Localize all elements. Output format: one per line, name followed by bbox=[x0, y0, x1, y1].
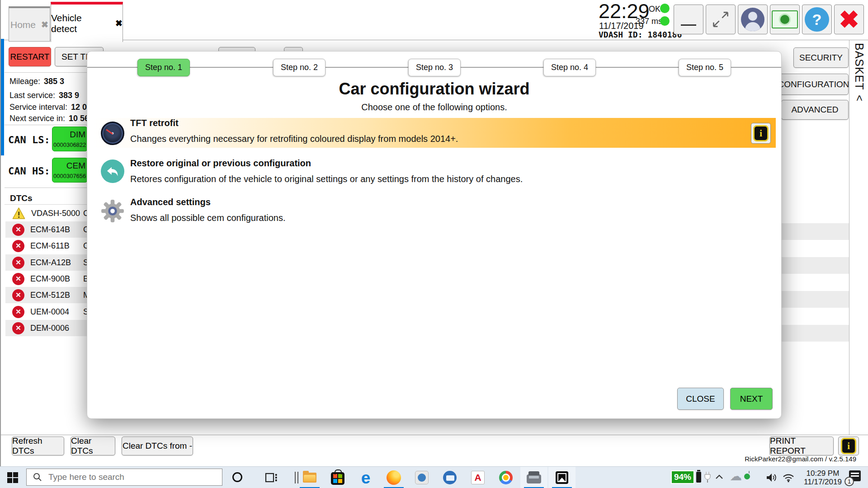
info-icon bbox=[841, 438, 856, 454]
vdash-id: VDASH ID: 1840186 bbox=[599, 30, 682, 39]
header-separator bbox=[1, 40, 868, 40]
minimize-button[interactable] bbox=[674, 5, 703, 34]
error-icon bbox=[12, 306, 24, 318]
maximize-button[interactable] bbox=[706, 5, 736, 34]
step-3[interactable]: Step no. 3 bbox=[408, 59, 461, 76]
wizard-title: Car configuration wizard bbox=[87, 80, 781, 99]
can-hs-module-name: CEM bbox=[52, 161, 87, 171]
dtc-code: ECM-A12B bbox=[30, 258, 71, 267]
dtc-row-dem-0006[interactable]: DEM-0006 bbox=[5, 320, 88, 336]
plug-icon bbox=[703, 471, 712, 483]
configuration-button[interactable]: CONFIGURATION bbox=[778, 74, 849, 95]
tft-info-button[interactable] bbox=[751, 123, 771, 144]
restart-button[interactable]: RESTART bbox=[9, 47, 51, 66]
clear-dtcs-button[interactable]: Clear DTCs bbox=[71, 436, 115, 455]
dtc-row-ecm-611b[interactable]: ECM-611B C bbox=[5, 238, 88, 254]
updater-icon[interactable] bbox=[749, 471, 750, 479]
taskbar: 94% 10:29 PM 11/17/2019 1 bbox=[0, 466, 868, 488]
speaker-icon[interactable] bbox=[766, 472, 777, 483]
wifi-icon[interactable] bbox=[782, 473, 795, 483]
last-service-row: Last service: 383 9 bbox=[9, 91, 87, 100]
taskbar-search[interactable] bbox=[26, 469, 222, 486]
service-interval-label: Service interval: bbox=[9, 103, 67, 112]
warning-icon bbox=[12, 207, 25, 219]
notification-count-badge[interactable]: 1 bbox=[844, 477, 854, 486]
taskbar-time: 10:29 PM bbox=[799, 469, 846, 478]
clear-dtcs-from-button[interactable]: Clear DTCs from - bbox=[122, 436, 193, 455]
start-button[interactable] bbox=[7, 472, 18, 483]
option-advanced-title[interactable]: Advanced settings bbox=[130, 197, 211, 207]
step-5[interactable]: Step no. 5 bbox=[679, 59, 731, 76]
dtc-row-ecm-a12b[interactable]: ECM-A12B S bbox=[5, 254, 88, 271]
task-view-icon[interactable] bbox=[265, 472, 278, 483]
can-hs-module-badge[interactable]: CEM 0000307656 bbox=[52, 158, 88, 183]
help-button[interactable] bbox=[802, 5, 832, 34]
refresh-dtcs-button[interactable]: Refresh DTCs bbox=[12, 436, 64, 455]
wizard-close-button[interactable]: CLOSE bbox=[677, 388, 724, 410]
vdash-id-label: VDASH ID: bbox=[599, 30, 643, 39]
step-4[interactable]: Step no. 4 bbox=[543, 59, 596, 76]
mail-folder-icon[interactable] bbox=[408, 467, 435, 488]
separator bbox=[5, 204, 88, 205]
tab-vehicle-detect-close-icon[interactable]: ✖ bbox=[115, 18, 123, 28]
security-button[interactable]: SECURITY bbox=[793, 47, 849, 68]
payments-button[interactable] bbox=[770, 5, 800, 34]
info-icon bbox=[753, 125, 769, 141]
dtc-row-ecm-512b[interactable]: ECM-512B M bbox=[5, 287, 88, 303]
can-ls-module-badge[interactable]: DIM 0000306822 bbox=[52, 127, 88, 151]
separator bbox=[5, 188, 88, 188]
help-icon bbox=[805, 7, 829, 32]
mileage-row: Mileage: 385 3 bbox=[9, 77, 87, 86]
store-icon[interactable] bbox=[324, 467, 351, 488]
advanced-button[interactable]: ADVANCED bbox=[781, 100, 849, 120]
dtc-row-vdash-5000[interactable]: VDASH-5000 C bbox=[5, 205, 88, 221]
chevron-up-icon[interactable] bbox=[715, 474, 723, 479]
step-1[interactable]: Step no. 1 bbox=[137, 59, 190, 76]
profile-button[interactable] bbox=[738, 5, 768, 34]
dtc-row-ecm-614b[interactable]: ECM-614B C bbox=[5, 221, 88, 238]
error-icon bbox=[12, 240, 24, 252]
error-icon bbox=[12, 322, 24, 334]
report-info-button[interactable] bbox=[838, 436, 859, 455]
dtc-code: VDASH-5000 bbox=[31, 209, 80, 218]
wizard-next-button[interactable]: NEXT bbox=[730, 388, 773, 410]
taskbar-clock[interactable]: 10:29 PM 11/17/2019 bbox=[799, 469, 846, 486]
undo-arrow-icon bbox=[101, 160, 124, 183]
left-accent-strip bbox=[1, 39, 4, 155]
battery-icon bbox=[696, 472, 701, 483]
minimize-icon bbox=[681, 14, 696, 26]
dtc-row-uem-0004[interactable]: UEM-0004 S bbox=[5, 304, 88, 320]
service-interval-value: 12 00 bbox=[71, 103, 87, 112]
gear-icon bbox=[101, 199, 124, 223]
basket-label: BASKET bbox=[853, 43, 866, 90]
step-2[interactable]: Step no. 2 bbox=[273, 59, 326, 76]
option-tft-retrofit-title[interactable]: TFT retrofit bbox=[130, 118, 179, 128]
search-icon bbox=[33, 473, 42, 482]
thunderbird-icon[interactable] bbox=[436, 467, 463, 488]
edge-icon[interactable] bbox=[352, 467, 379, 488]
speedometer-icon bbox=[101, 122, 124, 145]
can-hs-module-code: 0000307656 bbox=[52, 173, 87, 179]
firefox-icon[interactable] bbox=[380, 467, 407, 488]
option-restore-title[interactable]: Restore original or previous configurati… bbox=[130, 158, 311, 169]
tab-home[interactable]: Home ✖ bbox=[9, 6, 50, 42]
car-app-icon[interactable] bbox=[520, 467, 547, 488]
chrome-icon[interactable] bbox=[492, 467, 519, 488]
tab-home-close-icon[interactable]: ✖ bbox=[41, 19, 48, 30]
file-explorer-icon[interactable] bbox=[296, 467, 323, 488]
photos-icon[interactable] bbox=[548, 467, 576, 488]
acrobat-icon[interactable] bbox=[464, 467, 491, 488]
latency-ok-dot bbox=[660, 16, 670, 26]
dtc-row-ecm-900b[interactable]: ECM-900B B bbox=[5, 271, 88, 287]
cortana-icon[interactable] bbox=[232, 472, 242, 482]
onedrive-cloud-icon[interactable] bbox=[730, 470, 742, 483]
close-app-button[interactable] bbox=[834, 5, 864, 34]
error-icon bbox=[12, 224, 24, 236]
status-ok-dot bbox=[660, 4, 670, 13]
search-input[interactable] bbox=[47, 472, 198, 483]
tab-vehicle-detect[interactable]: Vehicle detect ✖ bbox=[51, 2, 123, 42]
print-report-button[interactable]: PRINT REPORT bbox=[769, 436, 834, 455]
wizard-subtitle: Choose one of the following options. bbox=[87, 102, 781, 113]
basket-tab[interactable]: BASKET < bbox=[849, 40, 868, 147]
battery-percent-badge[interactable]: 94% bbox=[671, 470, 694, 484]
